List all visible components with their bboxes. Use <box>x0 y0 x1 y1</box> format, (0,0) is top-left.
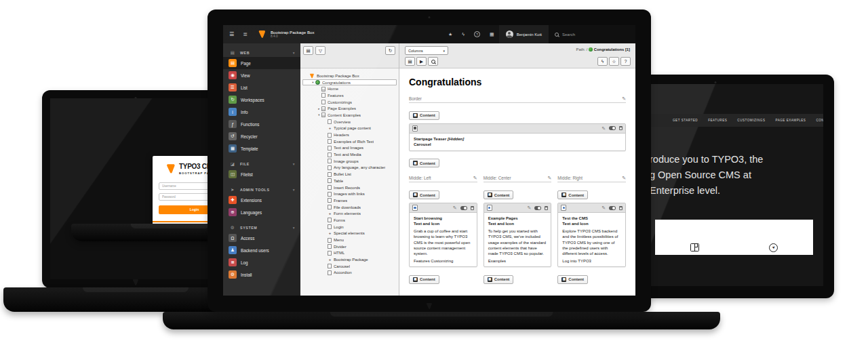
tree-item-forms[interactable]: Forms <box>302 217 397 224</box>
new-page-button[interactable]: ▤ <box>303 46 313 55</box>
tree-item-bootstrap-package[interactable]: +Bootstrap Package <box>302 256 397 263</box>
flush-cache-bolt-icon[interactable]: ϟ <box>462 32 465 37</box>
nav-item-features[interactable]: FEATURES <box>708 119 727 122</box>
edit-icon[interactable]: ✎ <box>601 126 606 131</box>
preview-button[interactable]: ▶ <box>416 57 427 66</box>
module-item-install[interactable]: ⚙Install <box>223 268 300 281</box>
edit-icon[interactable]: ✎ <box>601 205 606 210</box>
nav-item-customizings[interactable]: CUSTOMIZINGS <box>737 119 765 122</box>
tree-item-divider[interactable]: Divider <box>302 243 397 250</box>
tree-item-form-elements[interactable]: +Form elements <box>302 210 397 217</box>
tree-item-examples-of-rich-text[interactable]: Examples of Rich Text <box>302 138 397 145</box>
edit-icon[interactable]: ✎ <box>527 205 531 210</box>
content-card-header[interactable]: ✎ <box>558 203 625 213</box>
content-card-header[interactable]: ✎ <box>410 203 477 213</box>
tree-item-headers[interactable]: Headers <box>302 132 397 138</box>
tree-item-image-groups[interactable]: Image groups <box>302 158 397 165</box>
tree-caret-icon[interactable]: ▾ <box>317 113 321 117</box>
tree-item-text-and-media[interactable]: Text and Media <box>302 151 397 158</box>
tree-item-text-and-images[interactable]: Text and Images <box>302 145 397 152</box>
module-item-view[interactable]: ◉View <box>223 69 300 81</box>
tree-item-customizings[interactable]: Customizings <box>302 99 397 106</box>
tree-item-special-elements[interactable]: +Special elements <box>302 230 397 237</box>
content-button[interactable]: ▦ Content <box>409 111 439 120</box>
tree-item-bootstrap-package-box[interactable]: Bootstrap Package Box <box>302 73 397 79</box>
module-item-access[interactable]: ΩAccess <box>223 232 300 244</box>
content-button[interactable]: ▦Content <box>557 275 588 284</box>
visibility-toggle-icon[interactable] <box>460 206 467 210</box>
card-link[interactable]: Features Customizing <box>414 258 473 264</box>
card-link[interactable]: Examples <box>488 258 547 264</box>
tree-item-file-downloads[interactable]: File downloads <box>302 204 397 211</box>
bookmark-star-icon[interactable]: ★ <box>448 32 452 37</box>
help-button[interactable]: ? <box>620 57 631 66</box>
tree-item-content-examples[interactable]: ▾Content Examples <box>302 112 397 119</box>
content-button[interactable]: ▦Content <box>409 275 439 284</box>
tree-item-congratulations[interactable]: ▾Congratulations <box>302 79 397 86</box>
view-page-button[interactable]: ▤ <box>405 57 415 66</box>
module-item-page[interactable]: ▤Page <box>223 57 300 69</box>
tree-item-insert-records[interactable]: Insert Records <box>302 184 397 191</box>
tree-item-typical-page-content[interactable]: +Typical page content <box>302 125 397 132</box>
module-item-languages[interactable]: ⊕Languages <box>223 206 300 218</box>
module-item-workspaces[interactable]: ↻Workspaces <box>223 94 300 106</box>
edit-icon[interactable]: ✎ <box>622 176 626 180</box>
tree-item-overview[interactable]: Overview <box>302 119 397 125</box>
module-section-system[interactable]: ⚙SYSTEM▾ <box>223 223 300 232</box>
edit-icon[interactable]: ✎ <box>547 176 551 180</box>
visibility-toggle-icon[interactable] <box>534 206 541 210</box>
filter-button[interactable]: ▽ <box>315 46 326 55</box>
hamburger-menu-icon[interactable]: ☰ <box>229 31 234 37</box>
nav-item-get-started[interactable]: GET STARTED <box>673 119 698 122</box>
module-item-filelist[interactable]: ◫Filelist <box>223 168 300 180</box>
tree-item-login[interactable]: Login <box>302 224 397 230</box>
nav-item-content-examples[interactable]: CONTENT EXAMPLES <box>816 119 823 122</box>
modules-grid-icon[interactable]: ▦ <box>490 32 494 37</box>
tree-item-bullet-list[interactable]: Bullet List <box>302 171 397 178</box>
refresh-button[interactable]: ↻ <box>385 46 395 55</box>
module-item-extensions[interactable]: ✚Extensions <box>223 194 300 206</box>
tree-item-accordion[interactable]: Accordion <box>302 270 397 277</box>
content-card-header[interactable]: ✎ <box>410 124 625 134</box>
help-icon[interactable]: ? <box>474 31 480 37</box>
edit-icon[interactable]: ✎ <box>473 176 477 180</box>
tree-caret-icon[interactable]: ▸ <box>317 107 321 110</box>
edit-icon[interactable]: ✎ <box>453 205 457 210</box>
tree-item-menu[interactable]: Menu <box>302 237 397 243</box>
module-item-log[interactable]: ≣Log <box>223 256 300 268</box>
card-link[interactable]: Log into TYPO3 <box>562 258 621 264</box>
user-menu[interactable]: Benjamin Kott <box>499 25 549 43</box>
visibility-toggle-icon[interactable] <box>609 126 616 130</box>
content-button[interactable]: ▦ Content <box>409 159 439 167</box>
module-section-web[interactable]: ▤WEB▾ <box>223 48 300 57</box>
trash-icon[interactable] <box>545 206 548 210</box>
search-doc-button[interactable] <box>428 57 438 66</box>
nav-item-page-examples[interactable]: PAGE EXAMPLES <box>775 119 806 122</box>
content-button[interactable]: ▦Content <box>484 190 514 199</box>
trash-icon[interactable] <box>619 126 623 130</box>
module-item-backend-users[interactable]: ♟Backend users <box>223 244 300 256</box>
tree-item-home[interactable]: Home <box>302 85 397 92</box>
tree-item-table[interactable]: Table <box>302 178 397 184</box>
visibility-toggle-icon[interactable] <box>609 206 616 210</box>
tree-caret-icon[interactable]: ▾ <box>311 81 315 84</box>
module-item-list[interactable]: ☰List <box>223 81 300 94</box>
content-button[interactable]: ▦Content <box>557 190 588 199</box>
columns-select[interactable]: Columns ▾ <box>405 46 448 55</box>
module-item-template[interactable]: ▦Template <box>223 142 300 155</box>
tree-item-html[interactable]: HTML <box>302 250 397 257</box>
module-item-functions[interactable]: ƒFunctions <box>223 118 300 130</box>
content-card-header[interactable]: ✎ <box>484 203 551 213</box>
tree-item-page-examples[interactable]: ▸Page Examples <box>302 105 397 112</box>
trash-icon[interactable] <box>471 206 474 210</box>
tree-item-images-with-links[interactable]: Images with links <box>302 190 397 197</box>
content-button[interactable]: ▦Content <box>484 275 514 284</box>
tree-toggle-icon[interactable]: ≣ <box>243 31 248 37</box>
module-section-admin-tools[interactable]: ➤ADMIN TOOLS▾ <box>223 185 300 194</box>
cache-bolt-button[interactable]: ϟ <box>597 57 608 66</box>
module-item-info[interactable]: iInfo <box>223 106 300 118</box>
module-section-file[interactable]: ◪FILE▾ <box>223 159 300 168</box>
tree-item-features[interactable]: Features <box>302 92 397 99</box>
tree-item-any-language-any-character[interactable]: Any language, any character <box>302 165 397 172</box>
tree-item-carousel[interactable]: Carousel <box>302 263 397 270</box>
